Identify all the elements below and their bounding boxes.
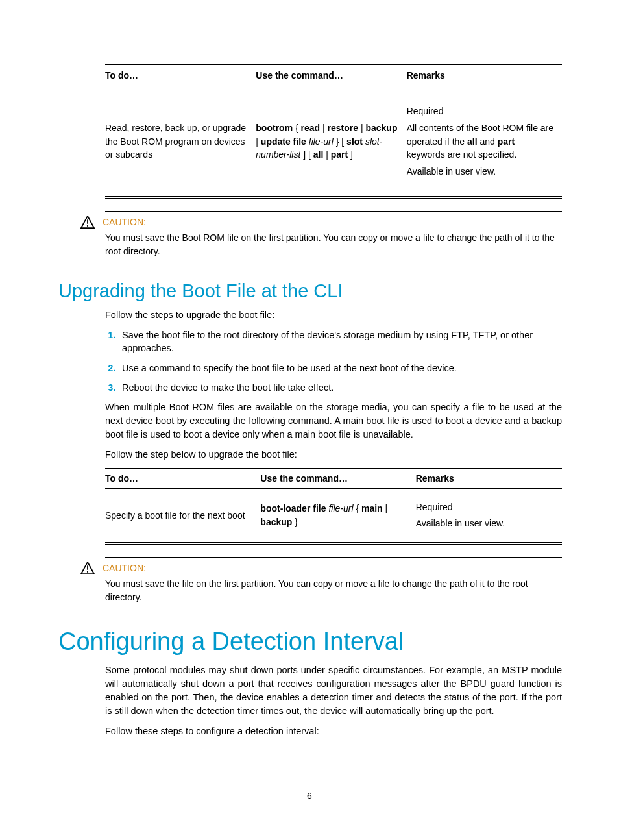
caution-text: You must save the Boot ROM file on the f… [105, 231, 562, 258]
th-remarks: Remarks [407, 64, 562, 86]
cell-todo: Read, restore, back up, or upgrade the B… [105, 86, 256, 197]
steps-list: Save the boot file to the root directory… [105, 328, 562, 394]
table-row: Specify a boot file for the next boot bo… [105, 489, 562, 543]
section-heading-upgrading-boot-file: Upgrading the Boot File at the CLI [58, 280, 562, 302]
th-remarks: Remarks [416, 469, 562, 489]
cmd-keyword: all [313, 149, 324, 160]
table-rule [105, 196, 562, 197]
th-todo: To do… [105, 469, 260, 489]
table-rule [105, 544, 562, 545]
remark-line: All contents of the Boot ROM file are op… [407, 121, 555, 161]
command-table-bootrom: To do… Use the command… Remarks Read, re… [105, 64, 562, 196]
caution-label: CAUTION: [103, 563, 146, 573]
remark-line: Available in user view. [407, 165, 555, 178]
cell-command: boot-loader file file-url { main | backu… [260, 489, 415, 543]
svg-point-3 [87, 571, 88, 573]
warning-triangle-icon [80, 562, 95, 574]
cmd-keyword: bootrom [256, 123, 293, 133]
remark-line: Required [407, 105, 555, 117]
table-row: Read, restore, back up, or upgrade the B… [105, 86, 562, 197]
command-table-bootloader: To do… Use the command… Remarks Specify … [105, 468, 562, 542]
cmd-keyword: boot-loader file [260, 503, 326, 513]
th-command: Use the command… [260, 469, 415, 489]
th-todo: To do… [105, 64, 256, 86]
caution-label: CAUTION: [103, 217, 146, 227]
cell-todo: Specify a boot file for the next boot [105, 489, 260, 543]
paragraph: Follow these steps to configure a detect… [105, 724, 562, 738]
cmd-keyword: backup [260, 517, 292, 527]
cmd-arg: file-url [328, 503, 353, 513]
table-rule [105, 198, 562, 199]
cmd-keyword: backup [365, 123, 397, 133]
table-rule [105, 542, 562, 543]
remark-line: Required [416, 500, 558, 514]
caution-block: CAUTION: You must save the file on the f… [80, 557, 562, 608]
paragraph: Some protocol modules may shut down port… [105, 663, 562, 718]
caution-block: CAUTION: You must save the Boot ROM file… [80, 211, 562, 262]
caution-text: You must save the file on the first part… [105, 577, 562, 604]
paragraph: Follow the step below to upgrade the boo… [105, 448, 562, 462]
svg-point-1 [87, 225, 88, 227]
list-item: Save the boot file to the root directory… [118, 328, 562, 355]
list-item: Use a command to specify the boot file t… [118, 362, 562, 375]
paragraph: When multiple Boot ROM files are availab… [105, 401, 562, 441]
table-header-row: To do… Use the command… Remarks [105, 469, 562, 489]
cmd-keyword: update file [261, 136, 306, 147]
cmd-keyword: restore [328, 123, 358, 133]
page-number: 6 [0, 791, 619, 801]
th-command: Use the command… [256, 64, 406, 86]
cell-command: bootrom { read | restore | backup | upda… [256, 86, 406, 197]
remark-line: Available in user view. [416, 517, 558, 530]
intro-text: Follow the steps to upgrade the boot fil… [105, 308, 562, 322]
warning-triangle-icon [80, 216, 95, 229]
cmd-keyword: slot [346, 136, 363, 147]
table-header-row: To do… Use the command… Remarks [105, 64, 562, 86]
cmd-keyword: read [301, 123, 321, 133]
cmd-arg: file-url [309, 136, 334, 147]
section-heading-detection-interval: Configuring a Detection Interval [58, 628, 562, 656]
caution-heading: CAUTION: [80, 216, 562, 229]
cmd-keyword: part [331, 149, 348, 160]
list-item: Reboot the device to make the boot file … [118, 381, 562, 394]
cell-remarks: Required All contents of the Boot ROM fi… [407, 86, 562, 197]
caution-heading: CAUTION: [80, 562, 562, 574]
cmd-keyword: main [361, 503, 383, 513]
cell-remarks: Required Available in user view. [416, 489, 562, 543]
